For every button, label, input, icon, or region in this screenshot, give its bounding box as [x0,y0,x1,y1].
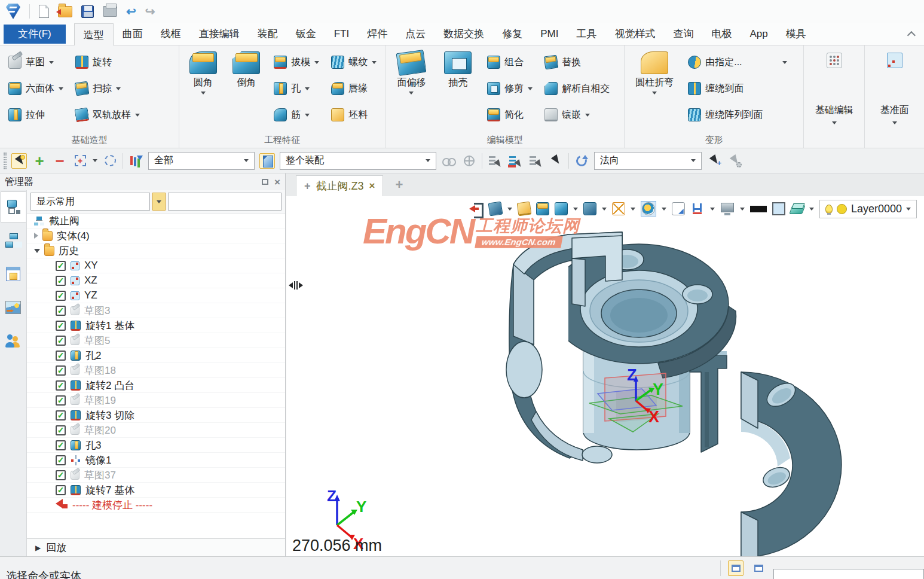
dropdown-caret[interactable] [832,121,837,124]
visibility-checkbox[interactable]: ✓ [56,291,66,301]
dropdown-caret[interactable] [116,87,121,90]
replay-expand-icon[interactable]: ▶ [35,544,41,552]
tree-item-sketch3[interactable]: ✓ 草图3 [27,303,285,318]
dropdown-caret[interactable] [652,92,657,95]
tab-pmi[interactable]: PMI [531,23,567,45]
pin-tab-icon[interactable]: + [304,180,311,193]
dropdown-caret[interactable] [662,208,666,211]
revolve-button[interactable]: 旋转 [69,49,146,75]
filter-dropdown[interactable]: 全部 [148,152,255,170]
dropdown-caret[interactable] [244,159,249,162]
wireframe-display-icon[interactable] [612,202,625,215]
dropdown-caret[interactable] [585,114,590,117]
prompt-window-icon[interactable] [728,560,744,576]
dropdown-caret[interactable] [409,92,414,95]
dropdown-caret[interactable] [906,208,911,211]
link-icon[interactable] [441,153,457,169]
cylindrical-bend-button[interactable]: 圆柱折弯 [627,49,682,95]
display-filter-caret[interactable] [152,193,166,211]
thread-button[interactable]: 螺纹 [325,49,383,75]
background-color-swatch[interactable] [772,202,785,215]
assembly-manager-tab[interactable] [1,225,26,256]
remove-selection-icon[interactable]: − [52,153,68,169]
dropdown-caret[interactable] [710,208,715,211]
wrap-to-face-button[interactable]: 缠绕到面 [682,75,793,102]
dropdown-caret[interactable] [426,159,430,162]
tab-sheet-metal[interactable]: 钣金 [287,23,325,45]
tab-weldment[interactable]: 焊件 [358,23,396,45]
display-filter-dropdown[interactable]: 显示常用 [30,193,150,211]
tab-shape[interactable]: 造型 [74,23,114,45]
toolbar-grip[interactable] [4,153,7,169]
face-offset-button[interactable]: 面偏移 [388,49,435,95]
direction-cycle-icon[interactable] [574,153,589,169]
dropdown-caret[interactable] [740,208,745,211]
wrap-array-to-face-button[interactable]: 缠绕阵列到面 [682,102,793,128]
tab-visual-style[interactable]: 视觉样式 [605,23,664,45]
tab-app[interactable]: App [741,23,776,45]
combine-button[interactable]: 组合 [481,49,539,75]
extrude-button[interactable]: 拉伸 [2,102,69,128]
tree-item-revolve7[interactable]: ✓ 旋转7 基体 [27,483,285,498]
chamfer-button[interactable]: 倒角 [225,49,268,89]
tree-item-revolve1[interactable]: ✓ 旋转1 基体 [27,318,285,333]
lasso-select-icon[interactable] [105,155,116,166]
visibility-checkbox[interactable]: ✓ [56,440,66,450]
line-color-swatch[interactable] [750,206,767,212]
new-tab-icon[interactable]: + [395,177,403,193]
shell-button[interactable]: 抽壳 [435,49,481,89]
half-flange-part[interactable] [741,372,842,556]
trim-button[interactable]: 修剪 [481,75,539,102]
tab-electrode[interactable]: 电极 [702,23,741,45]
new-file-icon[interactable] [39,5,49,18]
close-tab-icon[interactable]: × [369,180,375,192]
pick-all-icon[interactable] [528,153,543,169]
visibility-checkbox[interactable]: ✓ [56,261,66,271]
inlay-button[interactable]: 镶嵌 [539,102,616,128]
tab-wireframe[interactable]: 线框 [152,23,190,45]
tree-item-revolve2[interactable]: ✓ 旋转2 凸台 [27,378,285,393]
rib-button[interactable]: 筋 [268,102,325,128]
resolve-self-intersection-button[interactable]: 解析自相交 [539,75,616,102]
dropdown-caret[interactable] [135,114,140,117]
view-orientation-icon[interactable] [488,202,503,217]
visibility-checkbox[interactable]: ✓ [56,351,66,361]
render-mode-icon[interactable] [642,202,655,215]
scope-icon[interactable] [259,153,275,169]
output-window-icon[interactable] [751,560,766,576]
pick-last-icon[interactable] [507,153,523,169]
command-input[interactable] [773,569,924,579]
tree-root[interactable]: 截止阀 [27,214,285,228]
open-file-icon[interactable] [58,6,72,17]
tab-assembly[interactable]: 装配 [249,23,287,45]
layer-dropdown[interactable]: Layer0000 [819,200,917,218]
tree-item-sketch20[interactable]: ✓ 草图20 [27,423,285,438]
layer-color-swatch[interactable] [837,204,847,214]
draft-button[interactable]: 拔模 [268,49,325,75]
visibility-checkbox[interactable]: ✓ [56,455,66,465]
hole-button[interactable]: 孔 [268,75,325,102]
scope-dropdown[interactable]: 整个装配 [280,152,436,170]
sweep-button[interactable]: 扫掠 [69,75,146,102]
visibility-checkbox[interactable]: ✓ [56,365,66,376]
tree-item-sketch18[interactable]: ✓ 草图18 [27,363,285,378]
sketch-button[interactable]: 草图 [2,49,69,75]
dropdown-caret[interactable] [305,87,310,90]
history-manager-tab[interactable] [1,191,26,223]
select-cursor-icon[interactable] [548,153,564,169]
tab-inquire[interactable]: 查询 [664,23,702,45]
tree-item-yz[interactable]: ✓ YZ [27,288,285,303]
minimize-panel-icon[interactable] [262,179,268,185]
visibility-checkbox[interactable]: ✓ [56,410,66,420]
file-menu-button[interactable]: 文件(F) [4,25,66,44]
solid-display-icon[interactable] [583,202,596,215]
tree-item-hole3[interactable]: ✓ 孔3 [27,438,285,453]
tab-point-cloud[interactable]: 点云 [396,23,435,45]
save-icon[interactable] [81,5,94,18]
document-tab[interactable]: + 截止阀.Z3 × [296,175,383,196]
panel-splitter-handle[interactable] [289,281,303,290]
display-cube-icon[interactable] [555,202,568,215]
tree-item-xz[interactable]: ✓ XZ [27,273,285,288]
datum-plane-button[interactable]: 基准面 [865,45,924,148]
tree-item-sketch19[interactable]: ✓ 草图19 [27,393,285,408]
